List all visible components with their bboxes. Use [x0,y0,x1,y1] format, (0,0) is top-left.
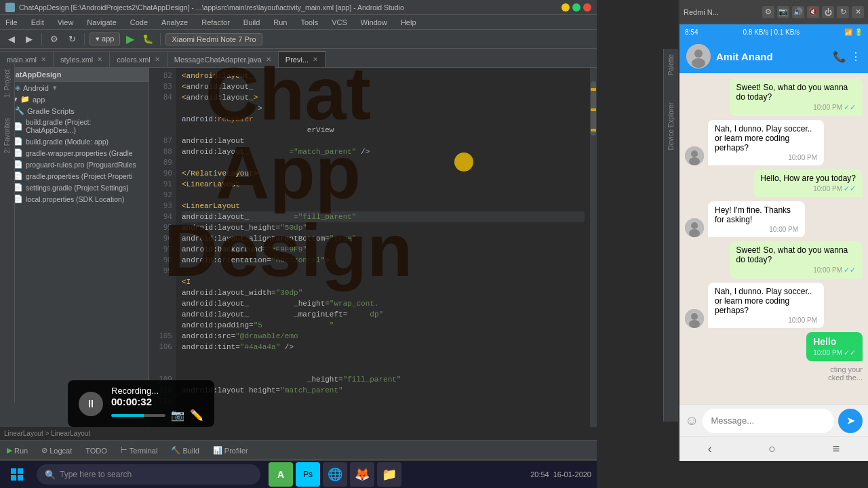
gradle-properties-label: gradle.properties (Project Properti [26,172,133,180]
menu-window[interactable]: Window [358,17,390,28]
maximize-button[interactable] [572,3,580,12]
start-button[interactable] [0,461,34,488]
build-btn[interactable]: 🔨 Build [167,445,203,456]
svg-point-12 [689,229,700,237]
device-vol-dn-icon[interactable]: 🔇 [807,6,819,18]
device-settings-icon[interactable]: ⚙ [762,6,774,18]
code-line [182,352,585,363]
close-button[interactable] [583,3,591,12]
menu-build[interactable]: Build [241,17,262,28]
profiler-btn[interactable]: 📊 Profiler [209,445,252,456]
device-explorer-label[interactable]: Device Explorer [666,100,676,153]
menu-file[interactable]: File [3,17,20,28]
tab-main-xml-close[interactable]: ✕ [41,56,46,63]
tab-colors-xml-close[interactable]: ✕ [155,56,160,63]
toolbar-back-btn[interactable]: ◀ [4,32,19,47]
menu-refactor[interactable]: Refactor [199,17,233,28]
partial-msg-text: cting yourcked the... [828,365,863,382]
breadcrumb-linearlayout2[interactable]: LinearLayout [51,430,90,437]
breadcrumb-linearlayout1[interactable]: LinearLayout [4,430,43,437]
chat-input-bar: ☺ ➤ [679,404,868,436]
menu-view[interactable]: View [55,17,77,28]
tree-gradle-scripts[interactable]: ▾ 🔧 Gradle Scripts [0,105,149,117]
code-line: _height="fill_parent" [182,374,585,385]
toolbar-sync-btn[interactable]: ↻ [64,32,79,47]
nav-home-btn[interactable]: ○ [768,442,776,456]
taskbar-app-chrome[interactable]: 🌐 [323,462,347,487]
code-editor[interactable]: 828384 87888990 9192939495 96979899 1051… [149,68,597,427]
tree-proguard[interactable]: 📄 proguard-rules.pro (ProguardRules [0,159,149,170]
menu-edit[interactable]: Edit [28,17,47,28]
editor-scrollbar[interactable] [590,68,597,427]
favorites-label[interactable]: 2: Favorites [2,115,12,156]
run-btn[interactable]: ▶ [123,32,138,47]
tab-styles-xml[interactable]: styles.xml ✕ [54,51,110,67]
android-label: Android [23,84,49,92]
taskbar-app-firefox[interactable]: 🦊 [350,462,374,487]
logcat-btn[interactable]: ⊘ Logcat [37,445,76,456]
device-vol-up-icon[interactable]: 🔊 [792,6,804,18]
device-close-icon[interactable]: ✕ [852,6,864,18]
msg-received-2: Hey! I'm fine. Thanks for asking! 10:00 … [708,201,805,237]
chat-area[interactable]: Sweet! So, what do you wanna do today? 1… [679,73,868,404]
menu-vcs[interactable]: VCS [329,17,350,28]
tree-android[interactable]: ▾ ◈ Android ▾ [0,82,149,94]
menu-code[interactable]: Code [127,17,151,28]
message-input[interactable] [703,409,834,433]
todo-btn[interactable]: TODO [81,445,111,456]
svg-point-11 [691,222,698,229]
tree-local-properties[interactable]: 📄 local.properties (SDK Location) [0,193,149,205]
terminal-btn[interactable]: ⊢ Terminal [117,445,162,456]
taskbar-app-studio[interactable]: A [269,462,293,487]
tab-preview-close[interactable]: ✕ [313,56,318,63]
tab-colors-xml[interactable]: colors.xml ✕ [110,51,167,67]
device-camera-icon[interactable]: 📷 [777,6,789,18]
tree-build-gradle-project[interactable]: 📄 build.gradle (Project: ChatAppDesi...) [0,117,149,136]
menu-help[interactable]: Help [398,17,419,28]
tree-app[interactable]: ▾ 📁 app [0,94,149,105]
recording-overlay: ⏸ Recording... 00:00:32 📷 ✏️ [68,380,214,427]
pause-button[interactable]: ⏸ [79,392,103,416]
logcat-label: Logcat [50,447,72,455]
code-content[interactable]: <android:layout_ <android:layout_ <andro… [176,68,590,427]
debug-btn[interactable]: 🐛 [140,32,155,47]
palette-label[interactable]: Palette [666,52,676,78]
tab-messagechat-java-close[interactable]: ✕ [266,56,271,63]
device-selector[interactable]: Xiaomi Redmi Note 7 Pro [165,33,262,45]
call-icon[interactable]: 📞 [833,50,846,63]
tree-settings-gradle[interactable]: 📄 settings.gradle (Project Settings) [0,182,149,193]
nav-back-btn[interactable]: ‹ [708,442,712,456]
app-selector[interactable]: ▾ app [90,33,120,45]
more-icon[interactable]: ⋮ [850,50,861,63]
emoji-button[interactable]: ☺ [685,413,698,428]
menu-run[interactable]: Run [271,17,290,28]
device-power-icon[interactable]: ⏻ [822,6,834,18]
send-button[interactable]: ➤ [838,409,863,433]
nav-menu-btn[interactable]: ≡ [833,442,840,456]
toolbar-settings-btn[interactable]: ⚙ [47,32,62,47]
rec-camera-icon[interactable]: 📷 [171,409,184,422]
tab-messagechat-java[interactable]: MessageChatAdapter.java ✕ [167,51,279,67]
tree-gradle-wrapper[interactable]: 📄 gradle-wrapper.properties (Gradle [0,147,149,159]
recording-timer: 00:00:32 [111,396,203,407]
project-label[interactable]: 1: Project [2,66,12,100]
menu-navigate[interactable]: Navigate [84,17,119,28]
taskbar-app-files[interactable]: 📁 [377,462,401,487]
device-refresh-icon[interactable]: ↻ [837,6,849,18]
toolbar-fwd-btn[interactable]: ▶ [22,32,37,47]
minimize-button[interactable] [561,3,570,12]
search-bar[interactable]: 🔍 Type here to search [37,464,260,485]
rec-edit-icon[interactable]: ✏️ [190,409,203,422]
tab-preview[interactable]: Previ... ✕ [279,51,326,67]
phone-panel: Redmi N... ⚙ 📷 🔊 🔇 ⏻ ↻ ✕ 8:54 0.8 KB/s |… [678,0,868,461]
tree-build-gradle-module[interactable]: 📄 build.gradle (Module: app) [0,136,149,147]
run-action-btn[interactable]: ▶ Run [3,445,32,456]
svg-point-8 [691,150,698,157]
tab-styles-xml-close[interactable]: ✕ [97,56,102,63]
menu-tools[interactable]: Tools [298,17,321,28]
tree-gradle-properties[interactable]: 📄 gradle.properties (Project Properti [0,170,149,182]
menu-analyze[interactable]: Analyze [159,17,191,28]
code-line: erView [182,125,585,136]
taskbar-app-photoshop[interactable]: Ps [296,462,320,487]
phone-header-icons: 📞 ⋮ [833,50,861,63]
